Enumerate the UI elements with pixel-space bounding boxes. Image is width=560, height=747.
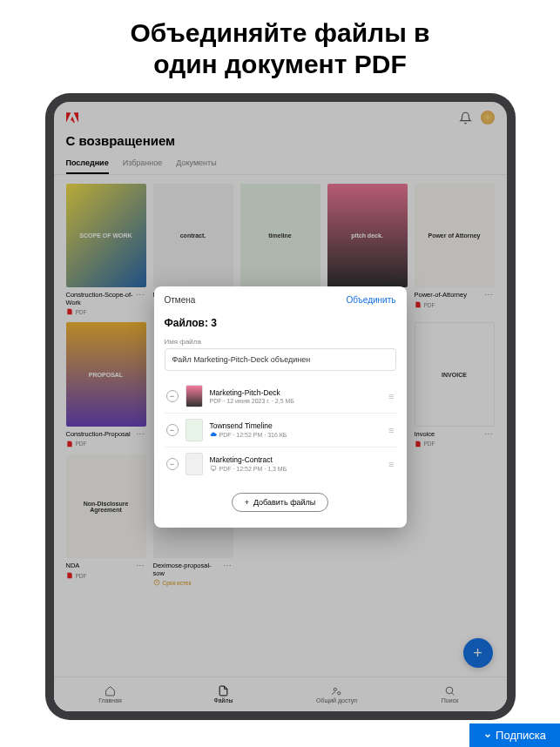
remove-icon[interactable]: − — [166, 458, 179, 470]
svg-rect-4 — [211, 466, 215, 469]
file-name: Townsend Timeline — [210, 421, 382, 430]
file-meta: PDF · 12:52 PM · 316 КБ — [210, 431, 382, 438]
promo-line2: один документ PDF — [35, 49, 525, 80]
remove-icon[interactable]: − — [166, 424, 179, 436]
file-count: Файлов: 3 — [165, 317, 396, 329]
file-row[interactable]: − Marketing-Pitch-Deck PDF · 12 июня 202… — [165, 380, 396, 413]
tablet-screen: С возвращением Последние Избранное Докум… — [54, 102, 507, 711]
file-thumb — [186, 419, 203, 441]
file-row[interactable]: − Townsend Timeline PDF · 12:52 PM · 316… — [165, 414, 396, 447]
file-row[interactable]: − Marketing-Contract PDF · 12:52 PM · 1,… — [165, 448, 396, 481]
file-thumb — [186, 453, 203, 475]
subscribe-label: Подписка — [496, 729, 546, 742]
drag-handle-icon[interactable]: ≡ — [388, 459, 394, 469]
file-name: Marketing-Pitch-Deck — [210, 388, 382, 397]
add-files-label: Добавить файлы — [253, 498, 315, 507]
combine-modal: Отмена Объединить Файлов: 3 Имя файла − … — [154, 286, 407, 528]
combine-button[interactable]: Объединить — [346, 295, 395, 305]
local-icon — [210, 465, 217, 472]
filename-label: Имя файла — [165, 338, 396, 346]
cloud-icon — [210, 431, 217, 438]
promo-line1: Объединяйте файлы в — [35, 17, 525, 49]
remove-icon[interactable]: − — [166, 390, 179, 402]
modal-overlay[interactable]: Отмена Объединить Файлов: 3 Имя файла − … — [54, 102, 507, 711]
file-list: − Marketing-Pitch-Deck PDF · 12 июня 202… — [165, 380, 396, 481]
drag-handle-icon[interactable]: ≡ — [388, 425, 394, 435]
file-thumb — [186, 385, 203, 407]
filename-input[interactable] — [165, 348, 396, 371]
promo-title: Объединяйте файлы в один документ PDF — [0, 0, 560, 93]
drag-handle-icon[interactable]: ≡ — [388, 391, 394, 401]
subscribe-button[interactable]: Подписка — [469, 723, 560, 747]
plus-icon: + — [245, 498, 249, 507]
tablet-frame: С возвращением Последние Избранное Докум… — [45, 93, 516, 720]
cancel-button[interactable]: Отмена — [165, 295, 196, 305]
file-meta: PDF · 12 июня 2023 г. · 2,5 МБ — [210, 398, 382, 404]
file-name: Marketing-Contract — [210, 455, 382, 464]
chevron-down-icon — [483, 731, 492, 740]
add-files-button[interactable]: + Добавить файлы — [232, 493, 329, 512]
file-meta: PDF · 12:52 PM · 1,3 МБ — [210, 465, 382, 472]
